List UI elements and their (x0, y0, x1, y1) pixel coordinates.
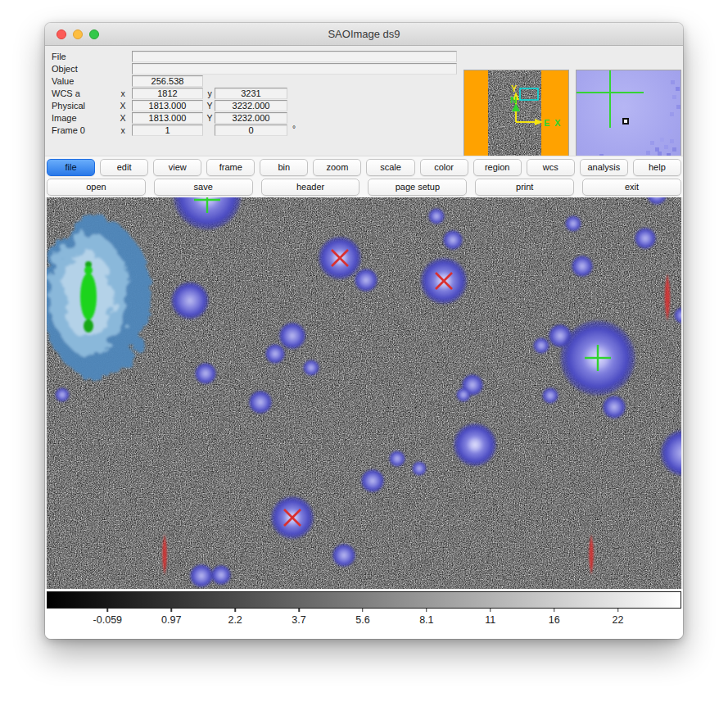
colorbar-tick (170, 609, 172, 612)
colorbar-tick (490, 609, 491, 612)
star-blob-core (463, 433, 487, 457)
degree-symbol: ° (292, 124, 296, 134)
menu-button-wcs[interactable]: wcs (527, 159, 575, 176)
star-blob (332, 543, 355, 567)
star-blob (55, 387, 70, 402)
object-label: Object (52, 64, 78, 74)
star-blob (428, 208, 445, 224)
menu-button-edit[interactable]: edit (100, 159, 148, 176)
colorbar-panel: -0.0590.972.23.75.68.1111622 (45, 589, 683, 639)
colorbar-tick (234, 609, 236, 612)
menu-button-color[interactable]: color (420, 159, 468, 176)
colorbar-tick (107, 609, 109, 612)
value-field[interactable]: 256.538 (132, 75, 203, 87)
colorbar-tick-label: 3.7 (292, 614, 305, 626)
menu-button-region[interactable]: region (473, 159, 522, 176)
colorbar-tick (298, 609, 300, 612)
action-bar: opensaveheaderpage setupprintexit (47, 179, 681, 196)
menu-bar: fileeditviewframebinzoomscalecolorregion… (47, 159, 681, 176)
star-blob (360, 468, 384, 492)
frame-rotate-field[interactable]: 0 (215, 124, 287, 136)
menu-area: fileeditviewframebinzoomscalecolorregion… (45, 156, 683, 197)
wcs-y-key: y (205, 88, 215, 98)
wcs-label: WCS a (52, 88, 80, 98)
colorbar-tick-label: 0.97 (161, 614, 181, 626)
star-blob (635, 228, 657, 250)
physical-y-field[interactable]: 3232.000 (215, 100, 287, 111)
colorbar-tick-label: 16 (549, 614, 560, 626)
menu-button-open[interactable]: open (47, 179, 146, 196)
frame-zoom-key: x (118, 125, 128, 135)
menu-button-zoom[interactable]: zoom (313, 159, 361, 176)
frame-zoom-field[interactable]: 1 (132, 124, 203, 136)
menu-button-frame[interactable]: frame (206, 159, 255, 176)
star-blob (412, 461, 427, 476)
compass-north-label: N (510, 95, 517, 105)
menu-button-bin[interactable]: bin (260, 159, 308, 176)
panner-viewbox[interactable] (520, 88, 538, 100)
colorbar-tick-label: 11 (485, 614, 495, 626)
menu-button-help[interactable]: help (633, 159, 681, 176)
physical-label: Physical (52, 101, 85, 111)
colorbar-gradient[interactable] (47, 591, 681, 609)
colorbar-tick-label: 22 (613, 614, 624, 626)
colorbar-tick (554, 609, 555, 612)
star-blob (195, 363, 217, 385)
file-field[interactable] (132, 51, 457, 62)
star-blob (170, 281, 209, 319)
wcs-y-field[interactable]: 3231 (215, 88, 287, 99)
star-blob (303, 360, 319, 376)
magnifier-crosshair-icon (609, 70, 611, 128)
star-blob (278, 322, 306, 350)
physical-y-key: Y (205, 101, 215, 111)
menu-button-file[interactable]: file (47, 159, 95, 176)
menu-button-exit[interactable]: exit (582, 179, 681, 196)
menu-button-save[interactable]: save (154, 179, 253, 196)
app-window: SAOImage ds9 File Object Value 256.538 W… (45, 23, 683, 639)
main-image-frame[interactable] (47, 197, 681, 589)
menu-button-page-setup[interactable]: page setup (368, 179, 467, 196)
menu-button-print[interactable]: print (475, 179, 574, 196)
star-blob (572, 256, 594, 278)
star-blob (389, 450, 405, 467)
colorbar-tick-label: 8.1 (419, 614, 433, 626)
menu-button-header[interactable]: header (261, 179, 360, 196)
star-blob (189, 563, 213, 587)
menu-button-view[interactable]: view (153, 159, 201, 176)
image-label: Image (52, 113, 77, 123)
colorbar-tick (617, 609, 619, 612)
value-label: Value (52, 76, 74, 86)
image-y-field[interactable]: 3232.000 (215, 112, 287, 124)
frame-label: Frame 0 (52, 125, 85, 135)
menu-button-scale[interactable]: scale (366, 159, 414, 176)
physical-x-key: X (118, 101, 128, 111)
star-blob (443, 230, 463, 251)
wcs-x-field[interactable]: 1812 (132, 88, 203, 99)
magnifier-pixels (675, 74, 679, 78)
compass-east-label: E (544, 118, 549, 128)
saturated-galaxy (47, 217, 150, 378)
axis-y-label: Y (511, 84, 518, 93)
wcs-x-key: x (118, 88, 128, 98)
colorbar-tick (362, 609, 364, 612)
image-y-key: Y (205, 113, 215, 123)
star-blob (533, 337, 549, 354)
star-blob (456, 387, 471, 402)
image-x-field[interactable]: 1813.000 (132, 112, 203, 124)
magnifier-cursor-pixel (622, 118, 629, 124)
star-blob (542, 387, 558, 404)
axis-x-label: X (554, 118, 561, 128)
title-bar[interactable]: SAOImage ds9 (45, 23, 683, 46)
star-blob (265, 344, 286, 364)
colorbar-tick-label: 5.6 (355, 614, 369, 626)
star-blob (211, 565, 232, 586)
axis-x-arrow-icon (535, 119, 543, 125)
star-blob (354, 268, 378, 292)
colorbar-tick-label: -0.059 (93, 614, 122, 626)
menu-button-analysis[interactable]: analysis (580, 159, 628, 176)
object-field[interactable] (132, 63, 457, 75)
sky-image[interactable] (47, 197, 681, 589)
star-blob (248, 390, 272, 414)
physical-x-field[interactable]: 1813.000 (132, 100, 203, 111)
star-blob (565, 215, 581, 232)
